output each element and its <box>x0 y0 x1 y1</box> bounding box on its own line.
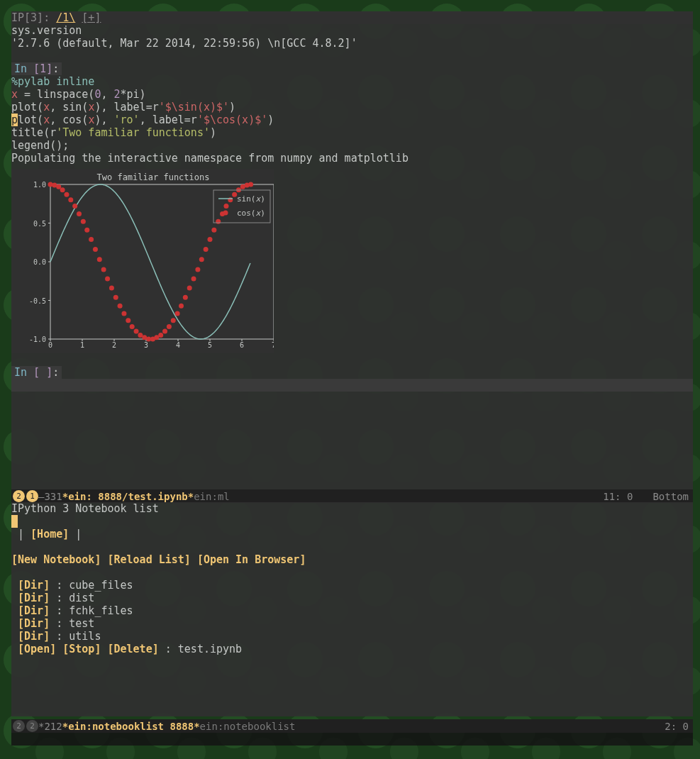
cursor-2 <box>11 515 18 528</box>
buffer-name-2[interactable]: *ein:notebooklist 8888* <box>62 721 200 732</box>
cell-2-prompt: In [ ]: <box>11 366 62 379</box>
cell-1-line-3[interactable]: plot(x, sin(x), label=r'$\sin(x)$') <box>11 101 693 113</box>
svg-text:0.0: 0.0 <box>33 258 46 266</box>
file-list: [Dir] : cube_files [Dir] : dist [Dir] : … <box>11 579 693 655</box>
svg-text:cos(x): cos(x) <box>237 209 265 218</box>
cell-2-body[interactable] <box>11 379 693 392</box>
cell-1-line-1[interactable]: %pylab inline <box>11 75 693 88</box>
cursor-position-2: 2: 0 <box>665 721 689 732</box>
cell-1-line-5[interactable]: title(r'Two familiar functions') <box>11 126 693 139</box>
dir-link[interactable]: [Dir] <box>18 592 50 604</box>
svg-rect-1 <box>50 184 274 339</box>
reload-list-button[interactable]: [Reload List] <box>107 553 190 566</box>
svg-point-49 <box>134 329 139 334</box>
list-item: [Open] [Stop] [Delete] : test.ipynb <box>11 643 693 655</box>
open-link[interactable]: [Open] <box>18 643 56 655</box>
svg-point-47 <box>126 318 130 323</box>
svg-point-44 <box>113 295 118 300</box>
svg-point-45 <box>118 304 123 309</box>
svg-point-37 <box>84 228 89 233</box>
svg-point-61 <box>183 295 188 300</box>
svg-point-31 <box>60 187 65 192</box>
delete-link[interactable]: [Delete] <box>107 643 158 655</box>
minibuffer[interactable] <box>11 733 693 746</box>
svg-point-41 <box>101 267 106 272</box>
svg-point-32 <box>64 192 69 197</box>
svg-point-66 <box>204 247 209 252</box>
svg-point-43 <box>109 286 114 291</box>
home-link[interactable]: [Home] <box>30 528 69 541</box>
dir-link[interactable]: [Dir] <box>18 630 50 643</box>
svg-point-63 <box>191 276 196 281</box>
svg-point-58 <box>171 318 176 323</box>
tab-prefix: IP[3]: <box>11 11 50 24</box>
svg-point-62 <box>187 286 192 291</box>
svg-text:6: 6 <box>240 341 244 349</box>
modeline-bottom: 2 2 * 212 *ein:notebooklist 8888* ein:no… <box>11 719 693 733</box>
svg-point-46 <box>121 311 126 316</box>
modeline-top: 2 1 — 331 *ein: 8888/test.ipynb* ein:ml … <box>11 489 693 503</box>
nblist-title: IPython 3 Notebook list <box>11 502 693 515</box>
svg-point-38 <box>89 237 94 242</box>
cell-0-code[interactable]: sys.version <box>11 24 693 37</box>
matplotlib-chart: Two familiar functions -1.0-0.50.00.51.0… <box>11 169 274 353</box>
list-item: [Dir] : cube_files <box>11 579 693 592</box>
svg-point-33 <box>68 197 73 202</box>
tab-add[interactable]: [+] <box>82 11 101 24</box>
cell-1-prompt: In [1]: <box>11 62 62 75</box>
svg-point-64 <box>195 267 200 272</box>
svg-point-48 <box>130 324 135 329</box>
svg-text:5: 5 <box>208 341 212 349</box>
svg-point-35 <box>77 211 82 216</box>
notebook-editor-pane: IP[3]: /1\ [+] sys.version '2.7.6 (defau… <box>11 11 693 489</box>
dir-link[interactable]: [Dir] <box>18 604 50 617</box>
stop-link[interactable]: [Stop] <box>62 643 101 655</box>
buffer-name[interactable]: *ein: 8888/test.ipynb* <box>62 491 194 502</box>
new-notebook-button[interactable]: [New Notebook] <box>11 553 101 566</box>
major-mode: ein:ml <box>194 491 230 502</box>
list-item: [Dir] : utils <box>11 630 693 643</box>
svg-point-67 <box>208 237 213 242</box>
svg-point-42 <box>105 276 110 281</box>
svg-text:4: 4 <box>176 341 180 349</box>
cell-1-line-2[interactable]: x = linspace(0, 2*pi) <box>11 88 693 101</box>
dir-link[interactable]: [Dir] <box>18 579 50 592</box>
svg-text:1.0: 1.0 <box>33 181 46 189</box>
cursor: p <box>11 113 18 126</box>
svg-point-77 <box>248 182 253 187</box>
svg-point-81 <box>223 211 228 216</box>
tab-active[interactable]: /1\ <box>56 11 75 24</box>
svg-text:0.5: 0.5 <box>33 220 46 228</box>
list-item: [Dir] : test <box>11 617 693 630</box>
cell-0-output: '2.7.6 (default, Mar 22 2014, 22:59:56) … <box>11 37 693 50</box>
window-badge-3: 2 <box>13 720 25 732</box>
svg-point-36 <box>81 219 86 224</box>
svg-point-59 <box>175 311 180 316</box>
major-mode-2: ein:notebooklist <box>200 721 296 732</box>
cell-1-line-4[interactable]: plot(x, cos(x), 'ro', label=r'$\cos(x)$'… <box>11 113 693 126</box>
svg-text:1: 1 <box>80 341 84 349</box>
window-badge-4: 2 <box>26 720 38 732</box>
svg-text:Two familiar functions: Two familiar functions <box>97 172 210 182</box>
svg-text:-0.5: -0.5 <box>29 297 46 305</box>
notebooklist-pane: IPython 3 Notebook list | [Home] | [New … <box>11 502 693 716</box>
list-item: [Dir] : fchk_files <box>11 604 693 617</box>
svg-point-39 <box>93 247 98 252</box>
cell-1-line-6[interactable]: legend(); <box>11 139 693 152</box>
svg-point-34 <box>72 204 77 209</box>
tab-bar: IP[3]: /1\ [+] <box>11 11 693 24</box>
svg-text:sin(x): sin(x) <box>237 194 265 204</box>
svg-point-56 <box>162 329 167 334</box>
cell-1-output-text: Populating the interactive namespace fro… <box>11 152 693 165</box>
svg-text:7: 7 <box>272 341 274 349</box>
open-in-browser-button[interactable]: [Open In Browser] <box>197 553 306 566</box>
svg-text:3: 3 <box>144 341 148 349</box>
svg-point-65 <box>199 257 204 262</box>
window-badge-1: 2 <box>13 490 25 502</box>
svg-text:-1.0: -1.0 <box>29 336 46 343</box>
cursor-position: 11: 0 <box>603 491 633 502</box>
svg-point-28 <box>48 182 53 187</box>
svg-text:2: 2 <box>112 341 116 349</box>
svg-point-68 <box>211 228 216 233</box>
dir-link[interactable]: [Dir] <box>18 617 50 630</box>
